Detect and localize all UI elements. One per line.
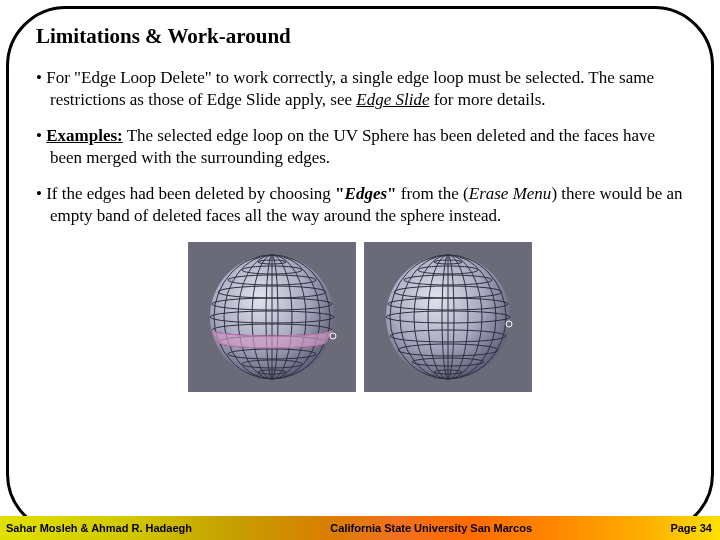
bullet-2: Examples: The selected edge loop on the … (36, 125, 684, 169)
bullet-1-text-pre: For "Edge Loop Delete" to work correctly… (46, 68, 654, 109)
footer-page: Page 34 (670, 522, 720, 534)
bullet-1-em: Edge Slide (356, 90, 429, 109)
bullet-3-em1: Edges (345, 184, 388, 203)
sphere-after-image (364, 242, 532, 392)
bullet-2-rest: The selected edge loop on the UV Sphere … (50, 126, 655, 167)
sphere-before-image (188, 242, 356, 392)
bullet-3-mid: from the ( (397, 184, 469, 203)
slide-heading: Limitations & Work-around (36, 24, 684, 49)
footer-page-label: Page (670, 522, 699, 534)
bullet-3-q2: " (387, 184, 396, 203)
bullet-3-q1: " (335, 184, 344, 203)
example-images (36, 242, 684, 396)
slide: Limitations & Work-around For "Edge Loop… (0, 0, 720, 540)
bullet-3-em2: Erase Menu (469, 184, 552, 203)
footer-authors: Sahar Mosleh & Ahmad R. Hadaegh (0, 522, 192, 534)
footer-affiliation: California State University San Marcos (192, 522, 670, 534)
content-area: Limitations & Work-around For "Edge Loop… (36, 24, 684, 396)
bullet-2-label: Examples: (46, 126, 123, 145)
footer-page-number: 34 (700, 522, 712, 534)
bullet-3: If the edges had been deleted by choosin… (36, 183, 684, 227)
bullet-1-text-post: for more details. (429, 90, 545, 109)
bullet-1: For "Edge Loop Delete" to work correctly… (36, 67, 684, 111)
footer-bar: Sahar Mosleh & Ahmad R. Hadaegh Californ… (0, 516, 720, 540)
bullet-3-pre: If the edges had been deleted by choosin… (46, 184, 335, 203)
